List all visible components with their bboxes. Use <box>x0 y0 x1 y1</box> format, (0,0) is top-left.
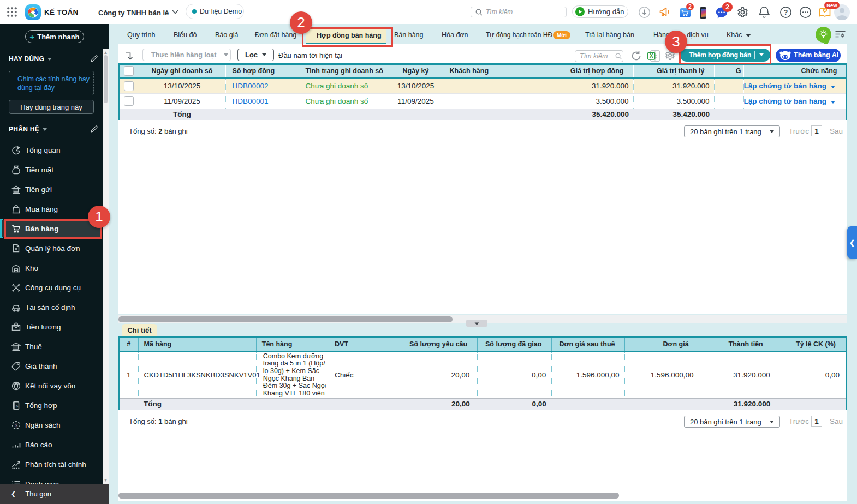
svg-text:?: ? <box>784 8 788 16</box>
svg-text:$: $ <box>16 403 19 408</box>
svg-text:$: $ <box>15 422 17 428</box>
svg-text:X: X <box>650 52 653 59</box>
